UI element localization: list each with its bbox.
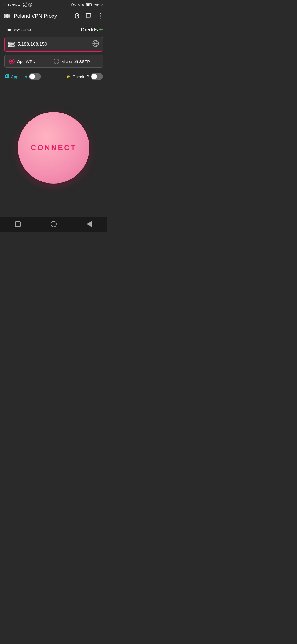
- svg-rect-0: [18, 5, 19, 6]
- recent-apps-icon: [15, 221, 21, 227]
- protocol-openvpn[interactable]: OpenVPN: [9, 59, 54, 64]
- lightning-icon: ⚡: [65, 74, 71, 79]
- sstp-label: Microsoft SSTP: [61, 59, 90, 64]
- svg-rect-1: [19, 5, 20, 6]
- time-display: 20:17: [94, 3, 103, 7]
- svg-point-17: [100, 18, 101, 19]
- credits-plus-icon: +: [99, 26, 103, 34]
- back-button[interactable]: [83, 219, 96, 229]
- check-ip-label: Check IP: [72, 74, 89, 79]
- check-ip-thumb: [91, 74, 97, 79]
- gear-icon: [4, 73, 9, 80]
- eye-icon: [71, 3, 76, 7]
- openvpn-radio-fill: [10, 60, 13, 63]
- svg-rect-2: [20, 4, 20, 6]
- sos-label: SOS only: [4, 3, 17, 7]
- back-icon: [87, 221, 92, 227]
- app-filter-group: App filter: [4, 73, 41, 80]
- main-content: Latency: ---ms Credits + 5.188.108.150: [0, 23, 107, 217]
- recent-apps-button[interactable]: [11, 219, 24, 229]
- app-bar: Poland VPN Proxy: [0, 9, 107, 23]
- app-title: Poland VPN Proxy: [14, 13, 70, 19]
- app-bar-actions: [73, 12, 104, 20]
- openvpn-label: OpenVPN: [17, 59, 35, 64]
- svg-rect-23: [10, 45, 12, 46]
- svg-rect-22: [10, 43, 12, 43]
- battery-icon: [86, 3, 92, 7]
- network-speed: 4.6 K/s: [23, 2, 27, 8]
- svg-rect-9: [87, 4, 90, 6]
- filter-row: App filter ⚡ Check IP: [4, 72, 103, 84]
- svg-point-16: [100, 15, 101, 17]
- bottom-nav: [0, 217, 107, 232]
- svg-point-6: [73, 4, 75, 5]
- globe-icon[interactable]: [92, 40, 99, 49]
- svg-point-15: [100, 13, 101, 14]
- check-ip-toggle[interactable]: [91, 73, 103, 80]
- svg-rect-8: [92, 4, 92, 5]
- connect-label: CONNECT: [31, 143, 76, 152]
- protocol-sstp[interactable]: Microsoft SSTP: [54, 59, 98, 64]
- info-row: Latency: ---ms Credits +: [4, 23, 103, 37]
- svg-point-21: [9, 45, 10, 46]
- svg-rect-3: [21, 3, 21, 6]
- chat-icon[interactable]: [85, 12, 92, 20]
- sstp-radio[interactable]: [54, 59, 59, 64]
- server-ip-display: 5.188.108.150: [17, 42, 89, 47]
- openvpn-radio[interactable]: [9, 59, 15, 64]
- credits-button[interactable]: Credits +: [81, 26, 103, 34]
- more-icon[interactable]: [96, 12, 104, 20]
- app-filter-toggle[interactable]: [29, 73, 41, 80]
- check-ip-group: ⚡ Check IP: [65, 73, 103, 80]
- speedometer-icon[interactable]: [73, 12, 81, 20]
- back-nav-icon[interactable]: [3, 12, 11, 20]
- status-right: 59% 20:17: [71, 3, 103, 7]
- battery-percent: 59%: [78, 3, 84, 7]
- svg-text:⊕: ⊕: [29, 4, 31, 6]
- credits-label: Credits: [81, 27, 98, 33]
- data-icon: ⊕: [28, 3, 32, 7]
- status-left: SOS only 4.6 K/s ⊕: [4, 2, 32, 8]
- server-icon: [8, 42, 15, 47]
- connect-button[interactable]: CONNECT: [18, 112, 89, 184]
- status-bar: SOS only 4.6 K/s ⊕: [0, 0, 107, 9]
- svg-point-20: [9, 42, 10, 43]
- latency-display: Latency: ---ms: [4, 28, 31, 32]
- protocol-selector: OpenVPN Microsoft SSTP: [4, 55, 103, 68]
- connect-container: CONNECT: [4, 84, 103, 217]
- home-button[interactable]: [47, 219, 60, 229]
- app-filter-label: App filter: [11, 74, 27, 79]
- home-icon: [51, 221, 57, 227]
- signal-icon: [18, 3, 22, 7]
- server-input-row[interactable]: 5.188.108.150: [4, 37, 103, 52]
